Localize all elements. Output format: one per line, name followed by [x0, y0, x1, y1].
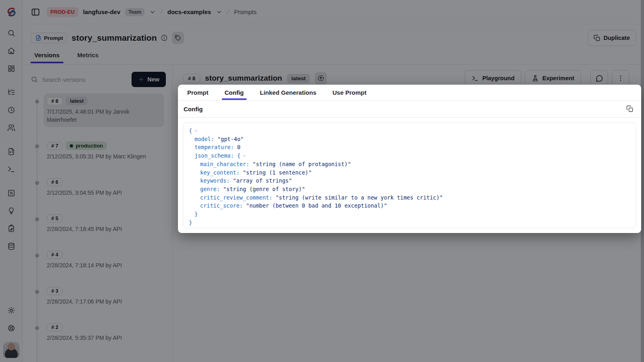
config-json-line: critic_review_comment: "string (write si…: [187, 193, 632, 202]
config-json-line: critic_score: "number (between 0 bad and…: [187, 202, 632, 210]
config-json-line: json_schema: {: [187, 152, 632, 160]
tab-config[interactable]: Config: [222, 89, 247, 100]
config-section-title: Config: [184, 106, 203, 112]
prompt-detail-panel: PromptConfigLinked GenerationsUse Prompt…: [178, 85, 641, 233]
collapse-toggle-icon[interactable]: [242, 154, 247, 158]
config-json-line: model: "gpt-4o": [187, 135, 632, 144]
config-json-line: genre: "string (genre of story)": [187, 185, 632, 193]
collapse-toggle-icon[interactable]: [194, 129, 198, 133]
config-json-line: }: [187, 210, 632, 218]
tab-use-prompt[interactable]: Use Prompt: [330, 89, 369, 100]
config-json-line: {: [187, 127, 632, 135]
panel-tabs: PromptConfigLinked GenerationsUse Prompt: [178, 85, 641, 100]
copy-config-icon[interactable]: [625, 104, 635, 114]
config-json-line: key_content: "string (1 sentence)": [187, 169, 632, 177]
config-json: {model: "gpt-4o"temperature: 0json_schem…: [183, 123, 636, 228]
config-json-line: main_character: "string (name of protago…: [187, 160, 632, 169]
tab-prompt[interactable]: Prompt: [184, 89, 211, 100]
config-json-line: temperature: 0: [187, 143, 632, 152]
app-root: PROD-EU langfuse-dev Team / docs-example…: [0, 0, 644, 362]
config-json-line: keywords: "array of strings": [187, 177, 632, 185]
tab-linked-generations[interactable]: Linked Generations: [257, 89, 319, 100]
config-json-line: }: [187, 218, 632, 227]
